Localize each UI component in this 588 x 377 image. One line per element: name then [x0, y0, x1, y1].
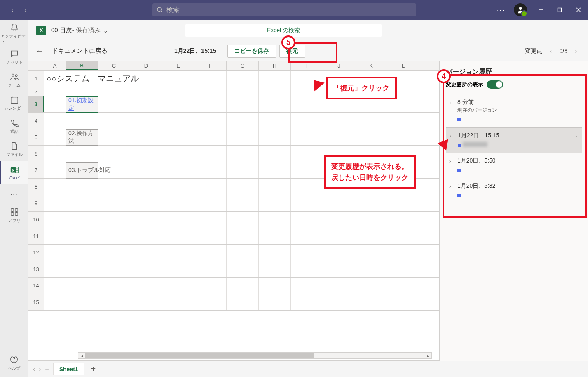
cell-E4[interactable] — [162, 113, 194, 129]
cell-K5[interactable] — [355, 129, 387, 145]
cell-C1[interactable] — [98, 71, 130, 87]
cell-I10[interactable] — [291, 212, 323, 228]
cell-C10[interactable] — [98, 212, 130, 228]
cell-L4[interactable] — [387, 113, 419, 129]
row-header-3[interactable]: 3 — [28, 96, 44, 112]
changes-prev-icon[interactable]: ‹ — [546, 47, 555, 56]
cell-I12[interactable] — [291, 245, 323, 261]
rail-excel[interactable]: X Excel — [0, 161, 28, 184]
dropdown-caret-icon[interactable]: ⌄ — [103, 26, 108, 34]
rail-more-icon[interactable]: ··· — [10, 186, 18, 201]
spreadsheet[interactable]: ABCDEFGHIJKL 1○○システム マニュアル2301.初期設定4502.… — [28, 61, 440, 361]
cell-E15[interactable] — [162, 294, 194, 310]
cell-J5[interactable] — [323, 129, 355, 145]
cell-B15[interactable] — [66, 294, 98, 310]
excel-search-input[interactable]: Excel の検索 — [185, 24, 382, 37]
cell-H11[interactable] — [259, 228, 291, 244]
col-header-D[interactable]: D — [130, 61, 162, 70]
scroll-right-icon[interactable]: ▸ — [425, 353, 431, 358]
rail-calls[interactable]: 通話 — [0, 115, 28, 138]
cell-G5[interactable] — [227, 129, 259, 145]
cell-B10[interactable] — [66, 212, 98, 228]
cell-F9[interactable] — [194, 195, 227, 211]
changes-next-icon[interactable]: › — [572, 47, 581, 56]
cell-E11[interactable] — [162, 228, 194, 244]
cell-H7[interactable] — [259, 162, 291, 178]
scroll-left-icon[interactable]: ◂ — [78, 353, 85, 358]
cell-B1[interactable] — [66, 71, 98, 87]
cell-I11[interactable] — [291, 228, 323, 244]
cell-F10[interactable] — [194, 212, 227, 228]
cell-L12[interactable] — [387, 245, 419, 261]
cell-E1[interactable] — [162, 71, 194, 87]
cell-I8[interactable] — [291, 179, 323, 195]
cell-C13[interactable] — [98, 261, 130, 277]
rail-apps[interactable]: アプリ — [0, 204, 28, 227]
horizontal-scrollbar[interactable]: ◂ ▸ — [78, 352, 432, 359]
cell-E12[interactable] — [162, 245, 194, 261]
cell-A11[interactable] — [44, 228, 66, 244]
cell-B2[interactable] — [66, 87, 98, 96]
cell-F11[interactable] — [194, 228, 227, 244]
cell-I9[interactable] — [291, 195, 323, 211]
cell-D13[interactable] — [130, 261, 162, 277]
rail-teams[interactable]: チーム — [0, 68, 28, 92]
row-header-14[interactable]: 14 — [28, 278, 44, 294]
cell-K14[interactable] — [355, 278, 387, 294]
cell-H14[interactable] — [259, 278, 291, 294]
cell-L9[interactable] — [387, 195, 419, 211]
cell-J15[interactable] — [323, 294, 355, 310]
cell-E10[interactable] — [162, 212, 194, 228]
cell-H6[interactable] — [259, 146, 291, 162]
cell-L13[interactable] — [387, 261, 419, 277]
version-more-icon[interactable]: ··· — [571, 133, 578, 140]
cell-J9[interactable] — [323, 195, 355, 211]
row-header-12[interactable]: 12 — [28, 245, 44, 261]
window-maximize-icon[interactable] — [550, 0, 569, 20]
rail-activity[interactable]: アクティビティ — [0, 22, 28, 45]
cell-C11[interactable] — [98, 228, 130, 244]
cell-G2[interactable] — [227, 87, 259, 96]
cell-H15[interactable] — [259, 294, 291, 310]
cell-F15[interactable] — [194, 294, 227, 310]
cell-B11[interactable] — [66, 228, 98, 244]
col-header-E[interactable]: E — [162, 61, 194, 70]
cell-G14[interactable] — [227, 278, 259, 294]
col-header-L[interactable]: L — [387, 61, 419, 70]
cell-A6[interactable] — [44, 146, 66, 162]
col-header-J[interactable]: J — [323, 61, 355, 70]
cell-I13[interactable] — [291, 261, 323, 277]
cell-I3[interactable] — [291, 96, 323, 112]
cell-I4[interactable] — [291, 113, 323, 129]
cell-B6[interactable] — [66, 146, 98, 162]
row-header-10[interactable]: 10 — [28, 212, 44, 228]
cell-B9[interactable] — [66, 195, 98, 211]
cell-H8[interactable] — [259, 179, 291, 195]
cell-G15[interactable] — [227, 294, 259, 310]
cell-E6[interactable] — [162, 146, 194, 162]
cell-D3[interactable] — [130, 96, 162, 112]
cell-A2[interactable] — [44, 87, 66, 96]
sheet-tab-1[interactable]: Sheet1 — [53, 363, 84, 375]
cell-G4[interactable] — [227, 113, 259, 129]
cell-I15[interactable] — [291, 294, 323, 310]
cell-G13[interactable] — [227, 261, 259, 277]
cell-E2[interactable] — [162, 87, 194, 96]
row-header-4[interactable]: 4 — [28, 113, 44, 129]
cell-L11[interactable] — [387, 228, 419, 244]
cell-F13[interactable] — [194, 261, 227, 277]
cell-H13[interactable] — [259, 261, 291, 277]
cell-D15[interactable] — [130, 294, 162, 310]
cell-A12[interactable] — [44, 245, 66, 261]
cell-F6[interactable] — [194, 146, 227, 162]
version-item-3[interactable]: ›1月20日、5:32 — [446, 178, 582, 203]
cell-B14[interactable] — [66, 278, 98, 294]
tab-next-icon[interactable]: › — [39, 366, 41, 372]
row-header-7[interactable]: 7 — [28, 162, 44, 178]
settings-ellipsis-icon[interactable]: ··· — [492, 1, 510, 19]
cell-A14[interactable] — [44, 278, 66, 294]
cell-K13[interactable] — [355, 261, 387, 277]
global-search-input[interactable]: 検索 — [152, 3, 416, 16]
row-header-1[interactable]: 1 — [28, 71, 44, 87]
col-header-B[interactable]: B — [66, 61, 98, 70]
